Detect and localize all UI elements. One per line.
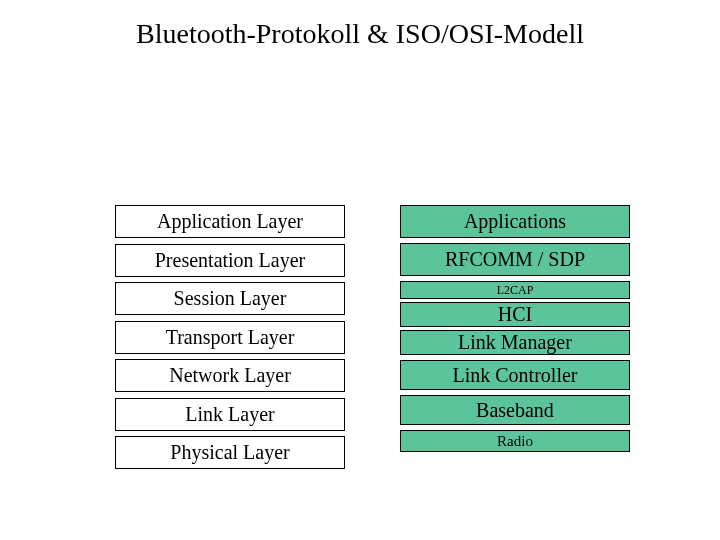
osi-transport-layer: Transport Layer xyxy=(115,321,345,354)
osi-column: Application Layer Presentation Layer Ses… xyxy=(115,205,345,475)
osi-application-layer: Application Layer xyxy=(115,205,345,238)
osi-physical-layer: Physical Layer xyxy=(115,436,345,469)
osi-link-layer: Link Layer xyxy=(115,398,345,431)
bluetooth-column: Applications RFCOMM / SDP L2CAP HCI Link… xyxy=(400,205,630,452)
osi-network-layer: Network Layer xyxy=(115,359,345,392)
osi-session-layer: Session Layer xyxy=(115,282,345,315)
bt-radio: Radio xyxy=(400,430,630,452)
diagram-title: Bluetooth-Protokoll & ISO/OSI-Modell xyxy=(0,18,720,50)
bt-hci: HCI xyxy=(400,302,630,327)
bt-rfcomm-sdp: RFCOMM / SDP xyxy=(400,243,630,276)
bt-baseband: Baseband xyxy=(400,395,630,425)
bt-l2cap: L2CAP xyxy=(400,281,630,299)
bt-link-controller: Link Controller xyxy=(400,360,630,390)
bt-applications: Applications xyxy=(400,205,630,238)
bt-link-manager: Link Manager xyxy=(400,330,630,355)
osi-presentation-layer: Presentation Layer xyxy=(115,244,345,277)
